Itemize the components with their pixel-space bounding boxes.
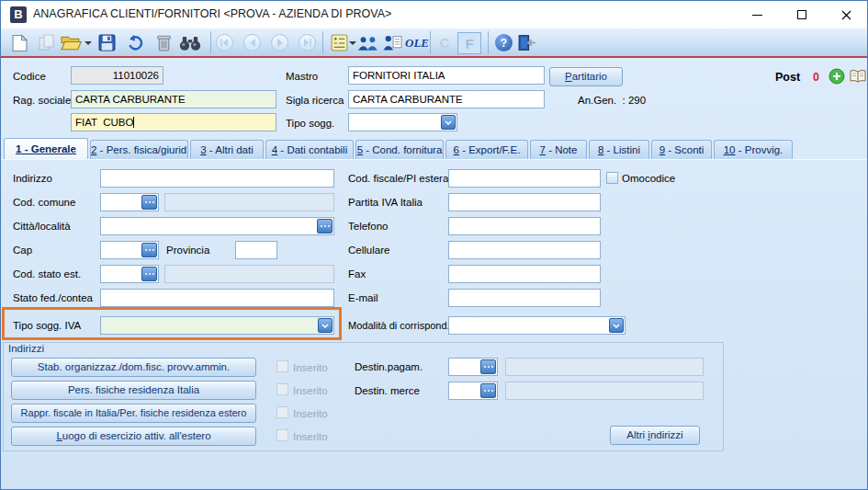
- luogo-esercizio-button[interactable]: Luogo di esercizio attiv. all'estero: [11, 427, 256, 446]
- cod-fiscale-field[interactable]: [448, 169, 601, 188]
- citta-label: Città/località: [13, 217, 71, 235]
- lookup-icon[interactable]: [141, 243, 157, 257]
- inserito-label: Inserito: [293, 382, 328, 400]
- tab-dati-contabili[interactable]: 4 - Dati contabili: [265, 140, 354, 159]
- contacts-group-button[interactable]: [357, 32, 379, 53]
- stab-organizzaz-button[interactable]: Stab. organizzaz./dom.fisc. provv.ammin.: [11, 358, 256, 377]
- tab-altri-dati[interactable]: 3 - Altri dati: [190, 140, 264, 159]
- open-button[interactable]: [60, 32, 82, 53]
- exit-door-icon: [516, 34, 537, 51]
- maximize-icon: [797, 10, 806, 19]
- inserito-checkbox: [276, 383, 288, 395]
- window-titlebar: B ANAGRAFICA CLIENTI/FORNITORI <PROVA - …: [1, 1, 867, 28]
- destin-pagam-field[interactable]: 0: [448, 358, 498, 376]
- ledger-book-button[interactable]: [849, 69, 867, 84]
- indirizzo-field[interactable]: [100, 169, 334, 188]
- delete-button[interactable]: [152, 32, 175, 53]
- destin-pagam-desc-field: [505, 358, 704, 376]
- fornitori-button[interactable]: F: [457, 32, 481, 54]
- destin-merce-desc-field: [505, 382, 704, 400]
- omocodice-checkbox[interactable]: [606, 172, 618, 184]
- tipo-sogg-select[interactable]: Persona giuridica: [348, 113, 457, 131]
- partita-iva-label: Partita IVA Italia: [348, 193, 423, 211]
- tab-generale[interactable]: 1 - Generale: [4, 138, 88, 159]
- tipo-sogg-iva-select[interactable]: Carta carburante: [100, 316, 334, 335]
- stato-fed-field[interactable]: [100, 289, 334, 307]
- lookup-icon[interactable]: [480, 383, 496, 398]
- cod-comune-desc-field: [164, 193, 334, 211]
- fax-label: Fax: [348, 265, 366, 283]
- chevron-down-icon[interactable]: [609, 318, 624, 333]
- lookup-icon[interactable]: [480, 359, 496, 374]
- partita-iva-field[interactable]: [448, 193, 601, 211]
- copy-record-button: [36, 32, 58, 53]
- tab-pers-fisica-giurid[interactable]: 2 - Pers. fisica/giurid.: [90, 140, 188, 159]
- lookup-icon[interactable]: [141, 267, 157, 281]
- provincia-field[interactable]: [235, 241, 277, 259]
- cap-field[interactable]: [100, 241, 159, 259]
- add-post-button[interactable]: [829, 68, 845, 85]
- undo-icon: [127, 34, 144, 51]
- cod-comune-field[interactable]: [100, 193, 159, 211]
- rag-sociale-label: Rag. sociale: [13, 91, 71, 109]
- cod-comune-label: Cod. comune: [13, 193, 75, 211]
- cellulare-field[interactable]: [448, 241, 601, 259]
- tipo-sogg-iva-label: Tipo sogg. IVA: [13, 316, 81, 335]
- last-record-icon: [303, 39, 311, 47]
- stato-fed-label: Stato fed./contea: [13, 289, 93, 307]
- search-button[interactable]: [179, 32, 201, 53]
- nav-prev-button: [243, 34, 261, 51]
- fax-field[interactable]: [448, 265, 601, 283]
- tab-provvig[interactable]: 10 - Provvig.: [714, 140, 793, 159]
- inserito-label: Inserito: [293, 405, 328, 423]
- save-button[interactable]: [96, 32, 118, 53]
- citta-field[interactable]: [100, 217, 334, 235]
- rag-sociale-field[interactable]: CARTA CARBURANTE: [71, 90, 276, 108]
- destin-merce-field[interactable]: 0: [448, 382, 498, 400]
- open-dropdown-caret-icon[interactable]: [85, 41, 92, 45]
- denominazione2-field[interactable]: FIAT CUBO: [71, 113, 276, 131]
- rappr-fiscale-button[interactable]: Rappr. fiscale in Italia/Per. fisiche re…: [11, 404, 256, 423]
- lookup-icon[interactable]: [317, 219, 333, 234]
- cod-stato-est-field[interactable]: [100, 265, 159, 283]
- telefono-field[interactable]: [448, 217, 601, 235]
- email-label: E-mail: [348, 289, 378, 307]
- tab-note[interactable]: 7 - Note: [530, 140, 587, 159]
- cod-stato-est-desc-field: [164, 265, 334, 283]
- chevron-down-icon[interactable]: [441, 115, 456, 130]
- pers-fisiche-italia-button[interactable]: Pers. fisiche residenza Italia: [11, 381, 256, 400]
- exit-button[interactable]: [515, 32, 537, 53]
- help-button[interactable]: ?: [495, 34, 513, 51]
- app-logo: B: [10, 6, 27, 23]
- cap-label: Cap: [13, 241, 32, 259]
- mastro-field[interactable]: FORNITORI ITALIA: [348, 66, 545, 85]
- close-button[interactable]: [826, 1, 867, 28]
- quick-list-button[interactable]: [328, 32, 350, 53]
- inserito-checkbox: [276, 360, 288, 372]
- lookup-icon[interactable]: [141, 195, 157, 210]
- ole-button[interactable]: OLE: [403, 32, 431, 53]
- tab-export-fe[interactable]: 6 - Export/F.E.: [445, 140, 528, 159]
- person-card-button[interactable]: [381, 32, 403, 53]
- modalita-select[interactable]: E-mail Internet: [448, 316, 626, 335]
- people-icon: [357, 35, 379, 51]
- sigla-ricerca-field[interactable]: CARTA CARBURANTE: [348, 90, 545, 108]
- email-field[interactable]: [448, 289, 601, 307]
- tab-cond-fornitura[interactable]: 5 - Cond. fornitura: [355, 140, 444, 159]
- tab-listini[interactable]: 8 - Listini: [589, 140, 649, 159]
- chevron-down-icon[interactable]: [318, 318, 333, 333]
- list-dropdown-caret-icon[interactable]: [349, 41, 356, 45]
- next-record-icon: [276, 39, 284, 47]
- cod-fiscale-label: Cod. fiscale/PI estera: [348, 169, 448, 188]
- undo-button[interactable]: [124, 32, 146, 53]
- codice-label: Codice: [13, 67, 46, 85]
- maximize-button[interactable]: [781, 1, 822, 28]
- altri-indirizzi-button[interactable]: Altri indirizzi: [610, 426, 700, 445]
- minimize-button[interactable]: [737, 1, 778, 28]
- sigla-ricerca-label: Sigla ricerca: [286, 91, 344, 109]
- new-record-button[interactable]: [8, 32, 30, 53]
- tab-sconti[interactable]: 9 - Sconti: [651, 140, 712, 159]
- partitario-button[interactable]: Partitario: [549, 67, 623, 86]
- save-icon: [98, 34, 116, 51]
- text-cursor: [133, 117, 134, 128]
